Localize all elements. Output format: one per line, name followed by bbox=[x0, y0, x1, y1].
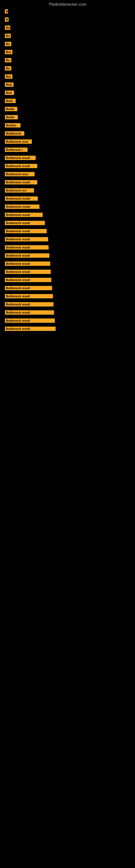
bar-row: Bottleneck result bbox=[0, 276, 135, 284]
bar-item: Bottleneck result bbox=[5, 261, 135, 266]
bar-label: Bottle bbox=[5, 107, 17, 111]
bar-label: Bottleneck result bbox=[5, 310, 54, 315]
bar-item: Bottleneck result bbox=[5, 205, 135, 209]
bar-item: Bottleneck result bbox=[5, 221, 135, 225]
bar-label: Bottleneck result bbox=[5, 196, 38, 201]
bar-label: Bottleneck result bbox=[5, 180, 37, 184]
bar-item: Bottl bbox=[5, 99, 135, 103]
bar-row: Bottlen bbox=[0, 122, 135, 130]
bar-item: Bottleneck result bbox=[5, 229, 135, 233]
bar-item: Bottleneck result bbox=[5, 164, 135, 168]
bar-label: Bottleneck r bbox=[5, 148, 28, 152]
bar-row: Bottleneck result bbox=[0, 211, 135, 219]
bar-label: Bottle bbox=[5, 115, 18, 119]
bar-item: Bottleneck result bbox=[5, 253, 135, 258]
bar-label: Bottleneck result bbox=[5, 221, 45, 225]
bars-container: BBBoBoBoBotBoBoBotBottBottBottlBottleBot… bbox=[0, 8, 135, 333]
bar-label: Bottleneck result bbox=[5, 261, 50, 266]
bar-row: Bot bbox=[0, 73, 135, 81]
bar-row: Bottleneck res bbox=[0, 187, 135, 195]
bar-label: Bo bbox=[5, 66, 11, 70]
bar-row: Bottleneck result bbox=[0, 284, 135, 292]
bar-row: Bottleneck result bbox=[0, 301, 135, 309]
bar-label: Bo bbox=[5, 26, 10, 30]
bar-row: Bottleneck result bbox=[0, 219, 135, 227]
bar-row: Bottleneck result bbox=[0, 260, 135, 268]
bar-item: Bottlen bbox=[5, 123, 135, 127]
bar-row: Bottleneck result bbox=[0, 292, 135, 301]
bar-row: Bottleneck result bbox=[0, 309, 135, 317]
bar-item: Bottleneck result bbox=[5, 278, 135, 282]
bar-row: Bottleneck result bbox=[0, 179, 135, 187]
bar-label: Bott bbox=[5, 91, 14, 95]
bar-row: Bottleneck result bbox=[0, 203, 135, 211]
bar-item: Bot bbox=[5, 74, 135, 79]
bar-row: Bottleneck result bbox=[0, 227, 135, 236]
bar-label: Bottleneck result bbox=[5, 156, 36, 160]
bar-row: Bottleneck result bbox=[0, 236, 135, 244]
bar-row: Bo bbox=[0, 40, 135, 48]
bar-label: Bottleneck result bbox=[5, 318, 55, 323]
bar-item: Bo bbox=[5, 58, 135, 62]
bar-item: Bottleneck result bbox=[5, 310, 135, 315]
bar-item: Bottleneck result bbox=[5, 327, 135, 331]
bar-row: Bottleneck resu bbox=[0, 170, 135, 179]
bar-label: Bottleneck result bbox=[5, 270, 51, 274]
bar-label: Bot bbox=[5, 50, 12, 54]
bar-label: Bottleneck resu bbox=[5, 172, 35, 176]
bar-label: Bottleneck result bbox=[5, 205, 39, 209]
bar-row: Bottleneck result bbox=[0, 317, 135, 325]
bar-row: Bottleneck result bbox=[0, 252, 135, 260]
bar-label: Bottleneck resu bbox=[5, 140, 32, 144]
bar-item: Bottleneck result bbox=[5, 180, 135, 184]
bar-label: Bo bbox=[5, 58, 11, 62]
bar-item: Bottleneck result bbox=[5, 318, 135, 323]
bar-item: Bott bbox=[5, 91, 135, 95]
bar-row: Bo bbox=[0, 65, 135, 73]
bar-item: Bottle bbox=[5, 115, 135, 119]
bar-row: Bottleneck result bbox=[0, 195, 135, 203]
bar-label: B bbox=[5, 18, 9, 22]
bar-label: Bott bbox=[5, 83, 13, 87]
bar-item: Bottleneck result bbox=[5, 213, 135, 217]
bar-label: Bottleneck result bbox=[5, 164, 37, 168]
bar-row: Bott bbox=[0, 89, 135, 97]
bar-item: Bottle bbox=[5, 107, 135, 111]
bar-item: B bbox=[5, 18, 135, 22]
bar-label: B bbox=[5, 9, 8, 13]
bar-item: Bottleneck result bbox=[5, 237, 135, 241]
bar-label: Bottleneck result bbox=[5, 213, 43, 217]
bar-item: Bottleneck result bbox=[5, 270, 135, 274]
bar-item: Bottleneck r bbox=[5, 148, 135, 152]
bar-row: Bo bbox=[0, 24, 135, 32]
bar-label: Bottleneck result bbox=[5, 327, 56, 331]
bar-row: Bottleneck result bbox=[0, 268, 135, 276]
bar-label: Bottleneck res bbox=[5, 188, 34, 193]
bar-item: Bo bbox=[5, 26, 135, 30]
site-title: TheBottlenecker.com bbox=[0, 0, 135, 8]
bar-label: Bottleneck result bbox=[5, 237, 48, 241]
bar-label: Bo bbox=[5, 34, 11, 38]
bar-item: B bbox=[5, 9, 135, 13]
bar-row: Bottl bbox=[0, 97, 135, 105]
bar-label: Bottleneck result bbox=[5, 302, 53, 307]
bar-label: Bottleneck result bbox=[5, 229, 47, 233]
bar-item: Bottleneck resu bbox=[5, 140, 135, 144]
bar-row: Bott bbox=[0, 81, 135, 89]
bar-label: Bottleneck result bbox=[5, 253, 49, 258]
bar-row: B bbox=[0, 8, 135, 16]
bar-row: Bottleneck result bbox=[0, 154, 135, 162]
bar-label: Bottl bbox=[5, 99, 16, 103]
bar-row: Bo bbox=[0, 56, 135, 65]
bar-label: Bottleneck result bbox=[5, 245, 49, 250]
bar-label: Bottleneck result bbox=[5, 286, 52, 290]
bar-row: Bottle bbox=[0, 105, 135, 113]
bar-item: Bottleneck resu bbox=[5, 172, 135, 176]
bar-row: Bottleneck bbox=[0, 130, 135, 138]
bar-item: Bo bbox=[5, 42, 135, 46]
bar-item: Bot bbox=[5, 50, 135, 54]
bar-label: Bo bbox=[5, 42, 11, 46]
bar-item: Bo bbox=[5, 34, 135, 38]
bar-row: Bottleneck resu bbox=[0, 138, 135, 146]
bar-label: Bot bbox=[5, 74, 12, 79]
